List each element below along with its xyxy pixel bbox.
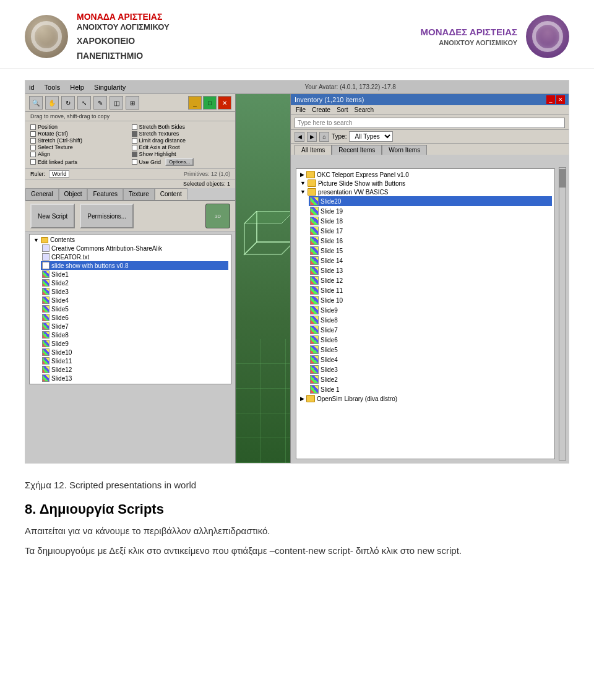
opt-edit-linked[interactable]: Edit linked parts <box>30 158 129 166</box>
tree-slide5[interactable]: Slide5 <box>41 305 228 313</box>
opt-use-grid[interactable]: Use Grid Options... <box>132 158 231 166</box>
inv-slide18[interactable]: Slide 18 <box>309 216 552 226</box>
tree-slide3[interactable]: Slide3 <box>41 287 228 296</box>
opt-select-texture-label: Select Texture <box>38 144 73 150</box>
tree-slide6[interactable]: Slide6 <box>41 313 228 322</box>
tree-slide9-label: Slide9 <box>51 340 69 347</box>
inv-slide16[interactable]: Slide 16 <box>309 236 552 246</box>
inv-slide4[interactable]: Slide4 <box>309 355 552 365</box>
zoom-btn[interactable]: 🔍 <box>29 96 43 110</box>
inv-back-btn[interactable]: ◀ <box>295 132 304 142</box>
opt-stretch-ctrl[interactable]: Stretch (Ctrl-Shift) <box>30 137 129 144</box>
permissions-btn[interactable]: Permissions... <box>80 204 134 228</box>
options-btn[interactable]: Options... <box>165 158 194 166</box>
inv-slide5[interactable]: Slide5 <box>309 345 552 355</box>
opt-position[interactable]: Position <box>30 124 129 130</box>
opt-stretch-tex[interactable]: Stretch Textures <box>132 131 231 137</box>
create-btn[interactable]: ◫ <box>110 96 123 110</box>
inv-item-slideshow[interactable]: ▼ Picture Slide Show with Buttons <box>299 179 552 188</box>
inv-slide13[interactable]: Slide 13 <box>309 266 552 275</box>
close-btn[interactable]: ✕ <box>218 96 231 110</box>
inv-slide15[interactable]: Slide 15 <box>309 246 552 256</box>
tree-creator-txt[interactable]: CREATOR.txt <box>41 253 228 261</box>
inv-search-input[interactable] <box>295 118 565 128</box>
inv-nav: ◀ ▶ ⌂ Type: All Types <box>291 130 569 144</box>
tab-texture[interactable]: Texture <box>123 188 155 200</box>
minimize-btn[interactable]: _ <box>188 96 202 110</box>
inv-item-opensim[interactable]: ▶ OpenSim Library (diva distro) <box>299 394 552 403</box>
inv-scrollbar[interactable] <box>559 167 566 460</box>
inv-ftab-worn[interactable]: Worn Items <box>382 145 427 155</box>
inv-item-vwbasics[interactable]: ▼ presentation VW BASICS <box>299 188 552 196</box>
inv-min-btn[interactable]: _ <box>546 95 555 104</box>
tree-slide7[interactable]: Slide7 <box>41 322 228 331</box>
inv-slide12[interactable]: Slide 12 <box>309 275 552 285</box>
edit-btn[interactable]: ✎ <box>93 96 107 110</box>
tab-general[interactable]: General <box>25 188 59 200</box>
cb-stretch-both <box>132 124 137 130</box>
menu-id[interactable]: id <box>29 84 35 91</box>
tree-cc-license[interactable]: Creative Commons Attribution-ShareAlik <box>41 244 228 253</box>
snap-btn[interactable]: ⊞ <box>126 96 139 110</box>
inv-ftab-recent[interactable]: Recent Items <box>332 145 382 155</box>
inv-home-btn[interactable]: ⌂ <box>319 132 329 142</box>
tree-slide9[interactable]: Slide9 <box>41 339 228 348</box>
tree-contents-folder[interactable]: ▼ Contents <box>32 236 228 244</box>
inv-scroll-thumb[interactable] <box>559 169 566 188</box>
menu-tools[interactable]: Tools <box>45 84 61 91</box>
inv-type-select[interactable]: All Types <box>349 131 393 142</box>
inv-texture-slide13 <box>310 266 319 275</box>
inv-slide10[interactable]: Slide 10 <box>309 295 552 305</box>
inv-slide2[interactable]: Slide2 <box>309 374 552 384</box>
inv-slide8[interactable]: Slide8 <box>309 315 552 325</box>
tab-object[interactable]: Object <box>59 188 88 200</box>
opt-align[interactable]: Align <box>30 151 129 157</box>
inv-slide19[interactable]: Slide 19 <box>309 206 552 216</box>
inv-menu-create[interactable]: Create <box>312 106 330 113</box>
tree-slideshow-script[interactable]: slide show with buttons v0.8 <box>41 261 228 270</box>
inv-menubar: File Create Sort Search <box>291 105 569 115</box>
tab-features[interactable]: Features <box>87 188 123 200</box>
move-btn[interactable]: ✋ <box>45 96 59 110</box>
tree-slide8[interactable]: Slide8 <box>41 331 228 339</box>
menu-singularity[interactable]: Singularity <box>94 84 126 91</box>
inv-slide6[interactable]: Slide6 <box>309 335 552 345</box>
new-script-btn[interactable]: New Script <box>30 204 75 228</box>
inv-menu-search[interactable]: Search <box>354 106 374 113</box>
inv-item-okc[interactable]: ▶ OKC Teleport Express Panel v1.0 <box>299 170 552 179</box>
maximize-btn[interactable]: □ <box>203 96 217 110</box>
inv-menu-file[interactable]: File <box>296 106 306 113</box>
opt-show-highlight[interactable]: Show Highlight <box>132 151 231 157</box>
lp-tree[interactable]: ▼ Contents Creative Commons Attribution-… <box>29 234 231 384</box>
inv-ftab-all[interactable]: All Items <box>295 145 332 155</box>
inv-slide7[interactable]: Slide7 <box>309 325 552 335</box>
inv-texture-slide4 <box>310 355 319 364</box>
inv-slide11[interactable]: Slide 11 <box>309 285 552 295</box>
tree-slide13[interactable]: Slide13 <box>41 374 228 382</box>
opt-rotate[interactable]: Rotate (Ctrl) <box>30 131 129 137</box>
inv-tree[interactable]: ▶ OKC Teleport Express Panel v1.0 ▼ Pict… <box>296 168 555 459</box>
tree-slide10[interactable]: Slide10 <box>41 348 228 356</box>
tree-slide12[interactable]: Slide12 <box>41 365 228 374</box>
scale-btn[interactable]: ⤡ <box>77 96 91 110</box>
tree-slide11[interactable]: Slide11 <box>41 356 228 365</box>
tab-content[interactable]: Content <box>155 188 187 200</box>
tree-slide1[interactable]: Slide1 <box>41 270 228 279</box>
inv-slide14[interactable]: Slide 14 <box>309 256 552 266</box>
inv-slide9[interactable]: Slide9 <box>309 305 552 315</box>
opt-edit-axis[interactable]: Edit Axis at Root <box>132 144 231 150</box>
inv-fwd-btn[interactable]: ▶ <box>307 132 317 142</box>
tree-slide4[interactable]: Slide4 <box>41 296 228 305</box>
tree-slide2[interactable]: Slide2 <box>41 279 228 287</box>
inv-close-btn[interactable]: ✕ <box>556 95 565 104</box>
opt-select-texture[interactable]: Select Texture <box>30 144 129 150</box>
inv-menu-sort[interactable]: Sort <box>337 106 348 113</box>
inv-slide20[interactable]: Slide20 <box>309 196 552 206</box>
rotate-btn[interactable]: ↻ <box>61 96 75 110</box>
inv-slide3[interactable]: Slide3 <box>309 365 552 374</box>
inv-slide1[interactable]: Slide 1 <box>309 384 552 394</box>
menu-help[interactable]: Help <box>70 84 84 91</box>
inv-slide17[interactable]: Slide 17 <box>309 226 552 236</box>
opt-limit-drag[interactable]: Limit drag distance <box>132 137 231 144</box>
opt-stretch-both[interactable]: Stretch Both Sides <box>132 124 231 130</box>
